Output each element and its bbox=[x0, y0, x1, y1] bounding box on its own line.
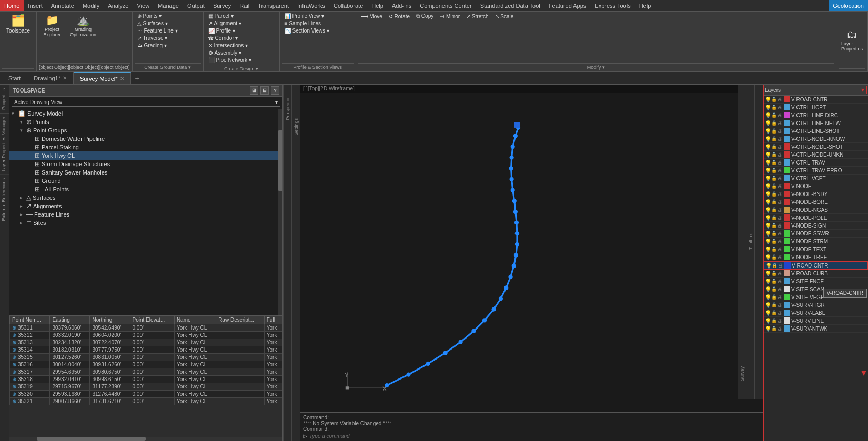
layer-color-swatch[interactable] bbox=[784, 254, 790, 260]
layer-visibility-icon[interactable]: 💡 bbox=[765, 294, 771, 300]
menu-featured[interactable]: Featured Apps bbox=[544, 0, 591, 11]
left-tab-external-refs[interactable]: External References bbox=[0, 175, 9, 224]
layer-lock-icon[interactable]: 🔒 bbox=[771, 286, 777, 292]
layer-visibility-icon[interactable]: 💡 bbox=[765, 144, 771, 150]
layer-color-swatch[interactable] bbox=[784, 302, 790, 308]
menu-view[interactable]: View bbox=[133, 0, 154, 11]
create-ground-label[interactable]: Create Ground Data ▾ bbox=[135, 63, 201, 70]
layer-color-swatch[interactable] bbox=[784, 246, 790, 252]
layer-visibility-icon[interactable]: 💡 bbox=[765, 318, 771, 324]
parcel-dropdown[interactable]: ▦Parcel ▾ bbox=[206, 13, 236, 19]
layer-visibility-icon[interactable]: 💡 bbox=[765, 279, 771, 284]
layer-visibility-icon[interactable]: 💡 bbox=[765, 326, 771, 332]
layer-visibility-icon[interactable]: 💡 bbox=[765, 215, 771, 221]
layer-lock-icon[interactable]: 🔒 bbox=[771, 318, 777, 323]
layer-visibility-icon[interactable]: 💡 bbox=[765, 97, 771, 102]
layer-visibility-icon[interactable]: 💡 bbox=[765, 263, 772, 269]
assembly-dropdown[interactable]: ⚙Assembly ▾ bbox=[206, 49, 244, 56]
layer-lock-icon[interactable]: 🔒 bbox=[771, 294, 777, 300]
menu-components[interactable]: Components Center bbox=[416, 0, 476, 11]
pipe-network-dropdown[interactable]: ⬛Pipe Network ▾ bbox=[206, 57, 254, 64]
layer-lock-icon[interactable]: 🔒 bbox=[771, 231, 777, 236]
layer-visibility-icon[interactable]: 💡 bbox=[765, 160, 771, 166]
layer-color-swatch[interactable] bbox=[784, 175, 790, 181]
tree-item[interactable]: ⊞Storm Drainage Structures bbox=[9, 160, 282, 168]
tree-item[interactable]: ⊞York Hwy CL bbox=[9, 151, 282, 160]
tree-item[interactable]: ▸△Surfaces bbox=[9, 193, 282, 202]
tree-item[interactable]: ▸◻Sites bbox=[9, 219, 282, 227]
layer-visibility-icon[interactable]: 💡 bbox=[765, 136, 771, 142]
layer-color-swatch[interactable] bbox=[784, 214, 790, 221]
layer-lock-icon[interactable]: 🔒 bbox=[771, 247, 777, 252]
table-row[interactable]: ⊕3532029593.1680'31276.4480'0.00'York Hw… bbox=[10, 391, 282, 398]
ts-icon-3[interactable]: ? bbox=[271, 86, 279, 95]
layer-color-swatch[interactable] bbox=[784, 143, 790, 150]
layer-color-swatch[interactable] bbox=[784, 128, 790, 134]
layer-visibility-icon[interactable]: 💡 bbox=[765, 286, 771, 292]
ts-icon-1[interactable]: ⊞ bbox=[250, 86, 258, 95]
layer-lock-icon[interactable]: 🔒 bbox=[771, 136, 777, 141]
layer-lock-icon[interactable]: 🔒 bbox=[771, 176, 777, 181]
layer-visibility-icon[interactable]: 💡 bbox=[765, 207, 771, 213]
tab-drawing-close[interactable]: ✕ bbox=[63, 75, 67, 81]
layer-row[interactable]: 💡 🔒 🖨 V-SURV-FIGR bbox=[764, 301, 868, 309]
tree-arrow[interactable]: ▾ bbox=[12, 111, 18, 116]
layer-lock-icon[interactable]: 🔒 bbox=[771, 239, 777, 244]
layer-row[interactable]: 💡 🔒 🖨 V-CTRL-TRAV-ERRO bbox=[764, 167, 868, 175]
menu-addins[interactable]: Add-ins bbox=[388, 0, 416, 11]
layer-visibility-icon[interactable]: 💡 bbox=[765, 254, 771, 260]
explore-btn[interactable]: [object Object] bbox=[69, 65, 100, 70]
layer-row[interactable]: 💡 🔒 🖨 V-ROAD-CNTR bbox=[764, 261, 868, 270]
menu-modify[interactable]: Modify bbox=[78, 0, 104, 11]
layer-row[interactable]: 💡 🔒 🖨 V-NODE-NGAS bbox=[764, 206, 868, 214]
menu-survey[interactable]: Survey bbox=[209, 0, 235, 11]
layer-properties-button[interactable]: 🗂 LayerProperties bbox=[839, 27, 865, 53]
menu-analyze[interactable]: Analyze bbox=[104, 0, 133, 11]
tree-item[interactable]: ⊞Parcel Staking bbox=[9, 143, 282, 151]
project-explorer-button[interactable]: 📁 Project Explorer bbox=[39, 13, 65, 38]
layer-row[interactable]: 💡 🔒 🖨 V-ROAD-CURB bbox=[764, 270, 868, 278]
table-row[interactable]: ⊕3531130379.6060'30542.6490'0.00'York Hw… bbox=[10, 324, 282, 332]
layer-row[interactable]: 💡 🔒 🖨 V-NODE bbox=[764, 182, 868, 190]
menu-annotate[interactable]: Annotate bbox=[47, 0, 78, 11]
layer-lock-icon[interactable]: 🔒 bbox=[771, 105, 777, 110]
layer-row[interactable]: 💡 🔒 🖨 V-SITE-FNCE bbox=[764, 278, 868, 285]
cmd-input[interactable] bbox=[309, 433, 760, 439]
menu-infraworks[interactable]: InfraWorks bbox=[293, 0, 329, 11]
menu-geolocation[interactable]: Geolocation bbox=[829, 0, 868, 11]
layer-visibility-icon[interactable]: 💡 bbox=[765, 183, 771, 189]
layer-row[interactable]: 💡 🔒 🖨 V-NODE-STRM bbox=[764, 238, 868, 245]
menu-help[interactable]: Help bbox=[367, 0, 388, 11]
palettes-btn[interactable]: [object Object] bbox=[39, 65, 69, 70]
menu-output[interactable]: Output bbox=[183, 0, 209, 11]
layer-lock-icon[interactable]: 🔒 bbox=[771, 183, 777, 189]
layer-row[interactable]: 💡 🔒 🖨 V-CTRL-HCPT bbox=[764, 104, 868, 111]
table-row[interactable]: ⊕3531430182.0310'30777.9750'0.00'York Hw… bbox=[10, 346, 282, 354]
layer-visibility-icon[interactable]: 💡 bbox=[765, 168, 771, 173]
layer-color-swatch[interactable] bbox=[784, 191, 790, 197]
rotate-btn[interactable]: ↺ Rotate bbox=[386, 13, 412, 20]
table-row[interactable]: ⊕3531630014.0040'30931.6260'0.00'York Hw… bbox=[10, 361, 282, 368]
tree-item[interactable]: ⊞Ground bbox=[9, 177, 282, 185]
layer-color-swatch[interactable] bbox=[784, 151, 790, 158]
layer-lock-icon[interactable]: 🔒 bbox=[771, 302, 777, 307]
tree-item[interactable]: ▸↗Alignments bbox=[9, 202, 282, 210]
tab-survey-model[interactable]: Survey Model* ✕ bbox=[74, 72, 131, 84]
layer-lock-icon[interactable]: 🔒 bbox=[771, 279, 777, 284]
layer-lock-icon[interactable]: 🔒 bbox=[771, 144, 777, 149]
grading-dropdown[interactable]: ⛰Grading ▾ bbox=[135, 42, 169, 49]
draw-modify-label[interactable]: Modify ▾ bbox=[358, 63, 834, 70]
layer-row[interactable]: 💡 🔒 🖨 V-CTRL-TRAV bbox=[764, 159, 868, 167]
prospector-tab[interactable]: Prospector bbox=[284, 95, 291, 122]
menu-standardized[interactable]: Standardized Data Tool bbox=[476, 0, 544, 11]
surfaces-dropdown[interactable]: △Surfaces ▾ bbox=[135, 20, 170, 27]
profile-view-dropdown[interactable]: 📊Profile View ▾ bbox=[282, 13, 327, 19]
table-row[interactable]: ⊕3531530127.5260'30831.0050'0.00'York Hw… bbox=[10, 354, 282, 361]
left-tab-layer-manager[interactable]: Layer Properties Manager bbox=[0, 113, 9, 175]
layer-color-swatch[interactable] bbox=[784, 262, 791, 269]
layer-lock-icon[interactable]: 🔒 bbox=[771, 215, 777, 220]
layer-row[interactable]: 💡 🔒 🖨 V-CTRL-NODE-KNOW bbox=[764, 135, 868, 143]
layer-row[interactable]: 💡 🔒 🖨 V-ROAD-CNTR bbox=[764, 96, 868, 104]
layer-row[interactable]: 💡 🔒 🖨 V-NODE-SSWR bbox=[764, 230, 868, 238]
layer-lock-icon[interactable]: 🔒 bbox=[771, 120, 777, 126]
